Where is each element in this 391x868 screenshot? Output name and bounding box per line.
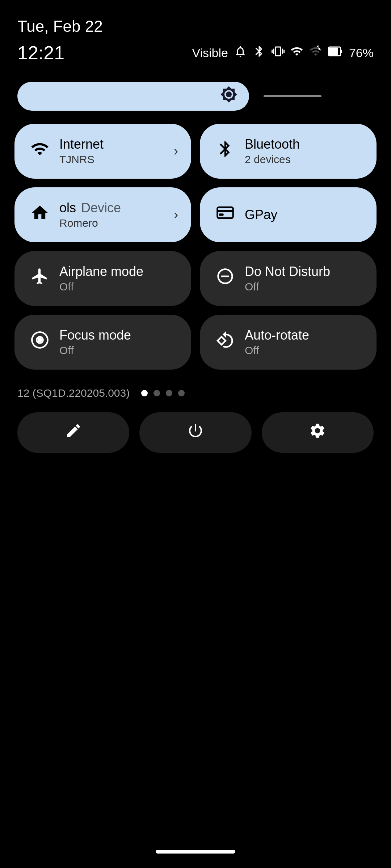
airplane-tile-icon: [30, 267, 49, 290]
focus-label: Focus mode: [59, 328, 131, 343]
brightness-icon: [220, 86, 237, 107]
autorotate-tile[interactable]: Auto-rotate Off: [200, 315, 377, 370]
page-dots: [141, 390, 185, 396]
svg-rect-5: [219, 213, 224, 216]
alarm-icon: [234, 45, 247, 61]
focus-tile[interactable]: Focus mode Off: [14, 315, 191, 370]
power-button[interactable]: [139, 412, 251, 453]
internet-tile-text: Internet TJNRS: [59, 137, 104, 166]
dot-1: [141, 390, 148, 396]
controls-chevron: ›: [174, 207, 178, 222]
dnd-tile[interactable]: Do Not Disturb Off: [200, 251, 377, 306]
bluetooth-sublabel: 2 devices: [245, 153, 300, 166]
wifi-icon: [290, 45, 303, 61]
controls-sublabel: Romero: [59, 217, 121, 229]
svg-rect-2: [329, 47, 338, 55]
settings-icon: [309, 422, 326, 443]
brightness-row: [17, 82, 374, 111]
controls-label-partial1: ols: [59, 200, 76, 216]
bottom-info-row: 12 (SQ1D.220205.003): [17, 387, 374, 399]
internet-sublabel: TJNRS: [59, 153, 104, 166]
dot-4: [178, 390, 185, 396]
home-tile-icon: [30, 203, 49, 226]
edit-icon: [65, 422, 82, 443]
dnd-sublabel: Off: [245, 281, 330, 293]
visible-label: Visible: [192, 46, 228, 60]
power-icon: [187, 422, 204, 443]
autorotate-tile-icon: [216, 331, 235, 354]
vibrate-icon: [272, 45, 285, 61]
focus-tile-text: Focus mode Off: [59, 328, 131, 357]
controls-tile-text: ols Device Romero: [59, 200, 121, 229]
bottom-actions: [17, 412, 374, 453]
battery-percentage: 76%: [349, 46, 374, 60]
battery-icon: [328, 45, 343, 61]
time-status-row: 12:21 Visible: [17, 42, 374, 64]
status-icons: Visible 76%: [192, 45, 374, 61]
brightness-slider[interactable]: [17, 82, 249, 111]
internet-tile[interactable]: Internet TJNRS ›: [14, 124, 191, 179]
dnd-label: Do Not Disturb: [245, 264, 330, 279]
autorotate-label: Auto-rotate: [245, 328, 309, 343]
autorotate-sublabel: Off: [245, 344, 309, 357]
autorotate-tile-text: Auto-rotate Off: [245, 328, 309, 357]
bluetooth-tile[interactable]: Bluetooth 2 devices: [200, 124, 377, 179]
airplane-tile-text: Airplane mode Off: [59, 264, 143, 293]
dot-3: [166, 390, 172, 396]
gpay-tile[interactable]: GPay: [200, 187, 377, 242]
airplane-tile[interactable]: Airplane mode Off: [14, 251, 191, 306]
dnd-tile-text: Do Not Disturb Off: [245, 264, 330, 293]
signal-icon: [309, 45, 322, 61]
bluetooth-status-icon: [253, 45, 266, 61]
date-display: Tue, Feb 22: [17, 17, 374, 35]
bluetooth-label: Bluetooth: [245, 137, 300, 152]
focus-tile-icon: [30, 331, 49, 354]
airplane-sublabel: Off: [59, 281, 143, 293]
edit-button[interactable]: [17, 412, 129, 453]
time-display: 12:21: [17, 42, 64, 64]
internet-chevron: ›: [174, 144, 178, 159]
airplane-label: Airplane mode: [59, 264, 143, 279]
svg-rect-1: [340, 50, 342, 53]
brightness-track-right: [264, 95, 321, 97]
svg-point-6: [38, 338, 42, 342]
status-bar: Tue, Feb 22 12:21 Visible: [0, 0, 391, 71]
svg-rect-3: [217, 207, 233, 218]
dnd-tile-icon: [216, 267, 235, 290]
gpay-tile-text: GPay: [245, 207, 277, 222]
dot-2: [154, 390, 160, 396]
bluetooth-tile-icon: [216, 140, 235, 163]
quick-settings-grid: Internet TJNRS › Bluetooth 2 devices ols…: [14, 124, 377, 370]
gpay-label: GPay: [245, 207, 277, 222]
home-indicator: [156, 850, 235, 854]
gpay-tile-icon: [216, 203, 235, 226]
internet-label: Internet: [59, 137, 104, 152]
settings-button[interactable]: [262, 412, 374, 453]
focus-sublabel: Off: [59, 344, 131, 357]
controls-tile[interactable]: ols Device Romero ›: [14, 187, 191, 242]
controls-label-partial2: Device: [81, 200, 121, 216]
bluetooth-tile-text: Bluetooth 2 devices: [245, 137, 300, 166]
version-text: 12 (SQ1D.220205.003): [17, 387, 130, 399]
wifi-tile-icon: [30, 140, 49, 163]
